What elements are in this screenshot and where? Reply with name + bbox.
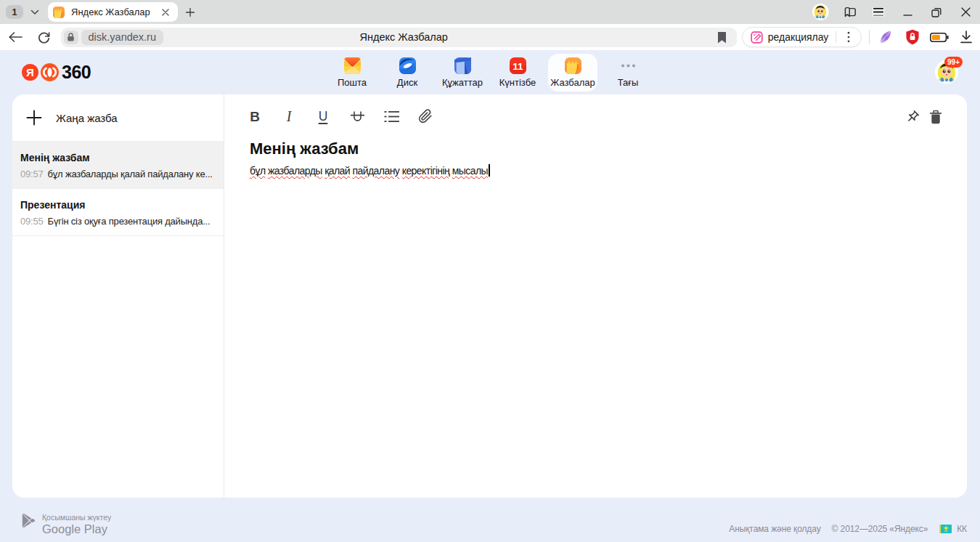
google-play-link[interactable]: Қосымшаны жүктеу Google Play bbox=[22, 513, 111, 536]
pin-note-button[interactable] bbox=[905, 108, 920, 126]
strikethrough-icon bbox=[350, 110, 365, 124]
note-time: 09:57 bbox=[20, 167, 44, 182]
chevron-down-icon bbox=[30, 9, 39, 15]
browser-tabbar: 1 Яндекс Жазбалар bbox=[0, 0, 980, 24]
more-dots-icon bbox=[620, 57, 637, 74]
svg-text:11: 11 bbox=[513, 60, 523, 71]
help-link[interactable]: Анықтама және қолдау bbox=[729, 524, 820, 534]
attach-file-button[interactable] bbox=[417, 108, 433, 126]
battery-icon bbox=[930, 33, 949, 42]
new-note-label: Жаңа жазба bbox=[56, 112, 118, 124]
app-header: Я 360 Пошта bbox=[0, 50, 980, 94]
google-play-icon bbox=[22, 513, 36, 528]
misspelled-word: жазбаларды bbox=[268, 165, 322, 177]
browser-profile-button[interactable] bbox=[806, 0, 835, 24]
trash-icon bbox=[929, 110, 942, 124]
side-panel-bookmark-icon bbox=[844, 6, 856, 18]
new-tab-button[interactable] bbox=[181, 4, 199, 21]
note-list-item[interactable]: Презентация 09:55 Бүгін сіз оқуға презен… bbox=[12, 189, 224, 236]
notes-app-page: Я 360 Пошта bbox=[0, 50, 980, 542]
misspelled-word: мысалы bbox=[452, 165, 488, 177]
panels-button[interactable] bbox=[835, 0, 864, 24]
nav-item-more[interactable]: Тағы bbox=[603, 54, 653, 92]
url-bar[interactable]: disk.yandex.ru Яндекс Жазбалар bbox=[61, 28, 737, 47]
reload-icon bbox=[38, 31, 50, 44]
yandex-pen-extension-button[interactable] bbox=[872, 26, 899, 48]
note-time: 09:55 bbox=[20, 214, 44, 229]
browser-menu-button[interactable] bbox=[864, 0, 893, 24]
window-close-button[interactable] bbox=[951, 0, 980, 24]
note-subtitle-row: 09:55 Бүгін сіз оқуға презентация дайынд… bbox=[20, 214, 212, 229]
notifications-badge: 99+ bbox=[944, 57, 963, 68]
google-play-caption: Қосымшаны жүктеу bbox=[42, 514, 111, 522]
browser-tab-active[interactable]: Яндекс Жазбалар bbox=[48, 2, 178, 22]
edit-more-button[interactable] bbox=[839, 28, 858, 46]
bookmark-page-button[interactable] bbox=[715, 31, 730, 45]
tab-close-button[interactable] bbox=[159, 6, 172, 19]
bold-button[interactable]: B bbox=[247, 108, 263, 126]
minimize-icon bbox=[903, 7, 912, 17]
adblock-extension-button[interactable] bbox=[899, 26, 926, 48]
nav-label: Диск bbox=[397, 78, 417, 87]
bullet-list-icon bbox=[384, 110, 399, 123]
notes-favicon-icon bbox=[53, 7, 65, 18]
nav-label: Пошта bbox=[338, 78, 367, 87]
tab-title: Яндекс Жазбалар bbox=[71, 7, 159, 17]
kazakhstan-flag-icon bbox=[939, 525, 952, 533]
footer-links: Анықтама және қолдау © 2012—2025 «Яндекс… bbox=[729, 507, 967, 542]
note-list-item-selected[interactable]: Менің жазбам 09:57 бұл жазбаларды қалай … bbox=[12, 142, 224, 189]
note-title: Презентация bbox=[20, 198, 212, 212]
bullet-list-button[interactable] bbox=[383, 108, 399, 126]
misspelled-word: пайдалану bbox=[352, 165, 399, 177]
delete-note-button[interactable] bbox=[928, 108, 944, 126]
misspelled-word: бұл bbox=[250, 165, 266, 177]
browser-reload-button[interactable] bbox=[32, 26, 56, 48]
close-icon bbox=[162, 9, 169, 16]
page-title-in-urlbar: Яндекс Жазбалар bbox=[71, 31, 737, 43]
browser-back-button[interactable] bbox=[4, 26, 28, 48]
edit-document-button[interactable]: редакциялау bbox=[742, 27, 862, 47]
nav-item-documents[interactable]: Құжаттар bbox=[438, 54, 487, 92]
tab-counter-badge[interactable]: 1 bbox=[6, 5, 23, 19]
editor-toolbar: B I U bbox=[247, 108, 941, 126]
notes-icon bbox=[565, 57, 581, 74]
italic-button[interactable]: I bbox=[281, 108, 297, 126]
calendar-icon: 11 bbox=[510, 57, 526, 74]
underline-button[interactable]: U bbox=[315, 108, 331, 126]
notes-panel: Жаңа жазба Менің жазбам 09:57 бұл жазбал… bbox=[12, 94, 967, 498]
edit-button-label: редакциялау bbox=[768, 31, 829, 43]
editor-pencil-icon bbox=[751, 31, 763, 44]
pin-icon bbox=[905, 110, 920, 124]
window-controls bbox=[806, 0, 980, 24]
browser-addressbar: disk.yandex.ru Яндекс Жазбалар редакциял… bbox=[0, 24, 980, 50]
note-body-input[interactable]: бұл жазбаларды қалай пайдалану керектігі… bbox=[250, 163, 941, 178]
nav-item-notes-active[interactable]: Жазбалар bbox=[548, 54, 597, 92]
window-minimize-button[interactable] bbox=[893, 0, 922, 24]
divider bbox=[869, 30, 870, 44]
downloads-button[interactable] bbox=[953, 26, 980, 48]
kebab-menu-icon bbox=[847, 31, 850, 43]
battery-saver-button[interactable] bbox=[926, 26, 953, 48]
tab-list-chevron-button[interactable] bbox=[27, 4, 43, 21]
note-title-input[interactable]: Менің жазбам bbox=[250, 139, 941, 159]
secure-connection-chip[interactable] bbox=[64, 31, 78, 44]
nav-item-disk[interactable]: Диск bbox=[383, 54, 432, 92]
restore-icon bbox=[931, 7, 942, 17]
window-restore-button[interactable] bbox=[922, 0, 951, 24]
mail-icon bbox=[344, 57, 361, 74]
url-domain[interactable]: disk.yandex.ru bbox=[81, 30, 164, 45]
google-play-label: Google Play bbox=[42, 522, 111, 536]
nav-item-mail[interactable]: Пошта bbox=[327, 54, 377, 92]
copyright-text: © 2012—2025 «Яндекс» bbox=[832, 524, 928, 534]
hamburger-menu-icon bbox=[873, 7, 884, 17]
lock-icon bbox=[67, 33, 75, 41]
services-nav: Пошта Диск bbox=[0, 54, 980, 92]
back-arrow-icon bbox=[9, 32, 23, 42]
nav-label: Құжаттар bbox=[442, 78, 483, 87]
language-selector[interactable]: КК bbox=[957, 524, 967, 534]
strikethrough-button[interactable] bbox=[349, 108, 365, 126]
red-shield-lock-icon bbox=[905, 29, 920, 45]
misspelled-word: керектігінің bbox=[402, 165, 450, 177]
new-note-button[interactable]: Жаңа жазба bbox=[12, 94, 224, 142]
nav-item-calendar[interactable]: 11 Күнтізбе bbox=[493, 54, 542, 92]
